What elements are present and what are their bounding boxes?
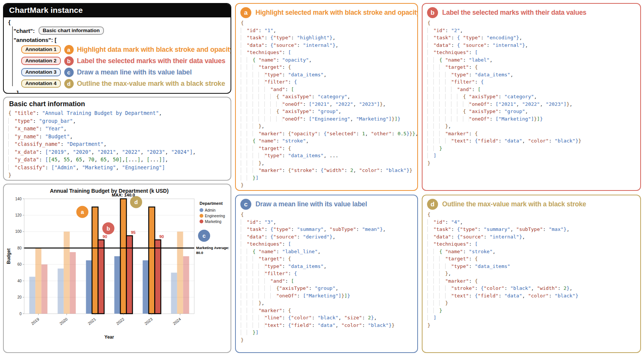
panel-d-max-outline: d Outline the max-value mark with a blac… bbox=[422, 195, 641, 353]
panel-c-header: c Draw a mean line with its value label bbox=[236, 195, 417, 211]
panel-a-title: Highlight selected mark with black strok… bbox=[255, 9, 418, 17]
svg-text:b: b bbox=[107, 225, 110, 232]
panel-b-code: { "id": "2", "task": { "type": "encoding… bbox=[423, 19, 640, 168]
panel-b-title: Label the selected marks with their data… bbox=[442, 9, 587, 17]
panel-a-code: { "id": "1", "task": {"type": "highlight… bbox=[236, 19, 417, 190]
panel-c-title: Draw a mean line with its value label bbox=[255, 200, 367, 208]
basic-chart-information-panel: Basic chart information { "title": "Annu… bbox=[3, 97, 231, 181]
svg-text:2023: 2023 bbox=[144, 317, 153, 326]
svg-text:a: a bbox=[81, 209, 84, 215]
svg-text:d: d bbox=[135, 199, 138, 205]
svg-text:Budget: Budget bbox=[6, 248, 11, 264]
indent-guide-line bbox=[12, 26, 13, 86]
annotation-1-pill: Annotation 1 bbox=[21, 45, 61, 54]
figure-root: ChartMark instance { "chart": Basic char… bbox=[0, 0, 644, 356]
svg-text:Department: Department bbox=[200, 201, 223, 206]
svg-text:Engineering: Engineering bbox=[205, 214, 225, 218]
svg-text:80: 80 bbox=[17, 246, 22, 250]
panel-c-code: { "id": "3", "task": {"type": "summary",… bbox=[236, 211, 417, 345]
annotation-row-1: Annotation 1 a Highlight data mark with … bbox=[21, 44, 226, 55]
svg-text:60: 60 bbox=[17, 262, 22, 266]
badge-c-icon: c bbox=[240, 199, 251, 210]
chart-key-row: "chart": Basic chart information bbox=[14, 26, 226, 35]
left-column: ChartMark instance { "chart": Basic char… bbox=[3, 3, 231, 353]
chartmark-instance-panel: ChartMark instance { "chart": Basic char… bbox=[3, 3, 231, 94]
basic-chart-information-title: Basic chart information bbox=[9, 100, 226, 108]
annotation-row-3: Annotation 3 c Draw a mean line with its… bbox=[21, 67, 226, 77]
annotation-row-4: Annotation 4 d Outline the max-value mar… bbox=[21, 78, 226, 89]
json-close-bracket: ] bbox=[17, 90, 226, 94]
svg-text:140: 140 bbox=[15, 197, 22, 201]
chartmark-instance-title: ChartMark instance bbox=[9, 6, 83, 14]
chartmark-instance-body: { "chart": Basic chart information "anno… bbox=[4, 17, 231, 94]
json-open-brace: { bbox=[8, 19, 226, 25]
badge-b-icon: b bbox=[427, 7, 438, 18]
annotation-1-text: Highlight data mark with black stroke an… bbox=[77, 46, 232, 54]
annotation-3-pill: Annotation 3 bbox=[21, 68, 61, 76]
svg-text:100: 100 bbox=[15, 229, 22, 234]
chart-svg: Annual Training Budget by Department (k … bbox=[6, 186, 230, 351]
basic-chart-information-pill: Basic chart information bbox=[39, 26, 104, 35]
annotation-4-pill: Annotation 4 bbox=[21, 79, 61, 88]
svg-text:2022: 2022 bbox=[115, 317, 125, 326]
annotations-key-label: "annotations": [ bbox=[14, 37, 226, 43]
badge-c-icon: c bbox=[64, 68, 74, 77]
svg-text:2024: 2024 bbox=[172, 317, 182, 326]
svg-text:MAX: 140.0: MAX: 140.0 bbox=[112, 193, 135, 197]
svg-text:Annual Training Budget by Depa: Annual Training Budget by Department (k … bbox=[50, 188, 169, 194]
svg-text:Admin: Admin bbox=[205, 208, 215, 212]
annotation-row-2: Annotation 2 b Label the selected marks … bbox=[21, 56, 226, 66]
svg-text:Marketing: Marketing bbox=[205, 220, 221, 224]
badge-d-icon: d bbox=[427, 199, 438, 210]
svg-text:2019: 2019 bbox=[30, 317, 40, 326]
panel-a-highlight: a Highlight selected mark with black str… bbox=[235, 3, 418, 191]
panel-c-mean-line: c Draw a mean line with its value label … bbox=[235, 195, 418, 353]
badge-a-icon: a bbox=[64, 45, 74, 54]
svg-text:2020: 2020 bbox=[59, 317, 68, 326]
svg-text:40: 40 bbox=[17, 279, 22, 283]
svg-text:Marketing Average:: Marketing Average: bbox=[196, 246, 229, 250]
panel-a-header: a Highlight selected mark with black str… bbox=[236, 4, 417, 19]
panel-d-code: { "id": "4", "task": {"type": "summary",… bbox=[423, 211, 640, 330]
badge-b-icon: b bbox=[64, 56, 74, 66]
panel-b-header: b Label the selected marks with their da… bbox=[423, 4, 640, 19]
annotation-4-text: Outline the max-value mark with a black … bbox=[77, 80, 225, 88]
panel-d-header: d Outline the max-value mark with a blac… bbox=[423, 195, 640, 211]
annotation-3-text: Draw a mean line with its value label bbox=[77, 68, 192, 76]
panel-d-title: Outline the max-value mark with a black … bbox=[442, 200, 586, 208]
svg-text:80.0: 80.0 bbox=[196, 251, 203, 255]
chart-key-label: "chart": bbox=[14, 28, 35, 34]
svg-text:90: 90 bbox=[102, 234, 107, 239]
annotation-2-text: Label the selected marks with their data… bbox=[77, 57, 226, 65]
svg-text:Year: Year bbox=[104, 334, 114, 340]
right-column: b Label the selected marks with their da… bbox=[422, 3, 641, 353]
chartmark-instance-header: ChartMark instance bbox=[4, 4, 231, 17]
panel-b-label-values: b Label the selected marks with their da… bbox=[422, 3, 641, 191]
svg-text:c: c bbox=[203, 232, 206, 239]
svg-text:120: 120 bbox=[15, 213, 22, 217]
svg-text:20: 20 bbox=[17, 295, 22, 299]
chart-panel: Annual Training Budget by Department (k … bbox=[3, 184, 231, 353]
middle-column: a Highlight selected mark with black str… bbox=[235, 3, 418, 353]
basic-chart-information-code: { "title": "Annual Training Budget by De… bbox=[8, 109, 226, 179]
svg-text:0: 0 bbox=[19, 312, 22, 316]
annotation-2-pill: Annotation 2 bbox=[21, 57, 61, 65]
svg-text:2021: 2021 bbox=[87, 317, 97, 326]
svg-text:95: 95 bbox=[131, 230, 135, 235]
badge-a-icon: a bbox=[240, 7, 251, 18]
badge-d-icon: d bbox=[64, 79, 74, 88]
svg-text:90: 90 bbox=[159, 234, 164, 239]
